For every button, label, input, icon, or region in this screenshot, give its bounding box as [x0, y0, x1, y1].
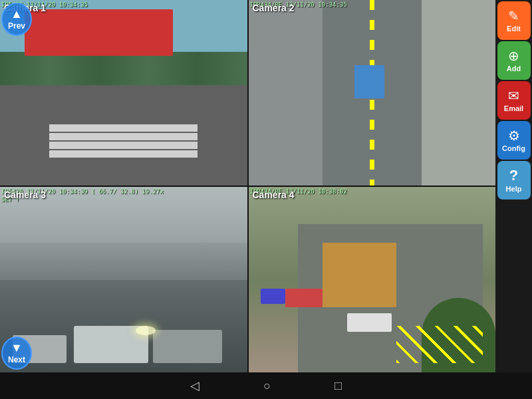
email-icon: ✉: [508, 89, 519, 102]
edit-label: Edit: [507, 25, 521, 33]
next-label: Next: [8, 355, 25, 364]
prev-button[interactable]: ▲ Prev: [1, 3, 32, 36]
email-button[interactable]: ✉ Email: [497, 81, 531, 120]
cam4-car1: [285, 289, 323, 307]
camera-2-feed: [249, 0, 496, 186]
cam1-truck: [25, 9, 173, 56]
help-icon: ?: [509, 168, 518, 183]
config-icon: ⚙: [508, 129, 520, 142]
camera-grid-wrapper: ▲ Prev ▼ Next: [0, 0, 495, 372]
prev-label: Prev: [8, 21, 25, 31]
camera-cell-3[interactable]: IP5420 13/11/20 10:34:39 ( 66.7/ 32.8) 1…: [0, 187, 247, 372]
next-icon: ▼: [11, 342, 23, 354]
camera-4-feed: [249, 187, 496, 372]
camera-cell-1[interactable]: IP5420 13/11/20 10:34:35 Camera 1: [0, 0, 247, 186]
camera-cell-2[interactable]: IPR434/BE 13/11/20 10:34:35 Camera 2: [249, 0, 496, 186]
sidebar: ✎ Edit ⊕ Add ✉ Email ⚙ Config ? Help: [495, 0, 532, 372]
android-navbar: ◁ ○ □: [0, 372, 532, 399]
cam2-building-left: [249, 0, 323, 186]
camera-3-feed: [0, 187, 247, 372]
cam4-van: [347, 313, 392, 332]
cam1-stripe: [49, 142, 198, 149]
help-label: Help: [506, 185, 522, 193]
cam1-stripe: [49, 133, 198, 140]
add-button[interactable]: ⊕ Add: [497, 41, 531, 80]
camera-4-label: Camera 4: [253, 190, 295, 200]
cam3-car3: [153, 330, 222, 363]
next-button[interactable]: ▼ Next: [1, 336, 32, 370]
android-back-button[interactable]: ◁: [185, 376, 205, 396]
cam1-stripe: [49, 124, 198, 132]
android-recents-button[interactable]: □: [329, 376, 347, 396]
config-label: Config: [502, 144, 525, 152]
email-label: Email: [504, 104, 523, 112]
android-home-button[interactable]: ○: [258, 376, 276, 396]
cam2-truck: [354, 65, 384, 98]
camera-grid: IP5420 13/11/20 10:34:35 Camera 1 IPR434…: [0, 0, 495, 372]
main-area: ▲ Prev ▼ Next: [0, 0, 532, 372]
cam4-car2: [261, 289, 285, 303]
cam1-stripe: [49, 150, 198, 158]
prev-icon: ▲: [11, 8, 23, 20]
add-label: Add: [507, 65, 521, 72]
edit-button[interactable]: ✎ Edit: [497, 1, 531, 40]
cam4-building: [323, 243, 396, 308]
config-button[interactable]: ⚙ Config: [497, 121, 531, 160]
camera-3-label: Camera 3: [4, 190, 46, 200]
camera-cell-4[interactable]: IPR434/BE 13/11/20 10:38:02 Camera 4: [249, 187, 496, 372]
cam4-stripe: [396, 326, 483, 363]
camera-2-label: Camera 2: [253, 3, 295, 13]
cam1-crosswalk: [49, 124, 198, 158]
add-icon: ⊕: [508, 49, 519, 63]
help-button[interactable]: ? Help: [497, 161, 531, 200]
camera-1-feed: [0, 0, 247, 186]
cam2-building-right: [422, 0, 495, 186]
edit-icon: ✎: [508, 9, 519, 23]
cam1-trees: [0, 52, 247, 85]
